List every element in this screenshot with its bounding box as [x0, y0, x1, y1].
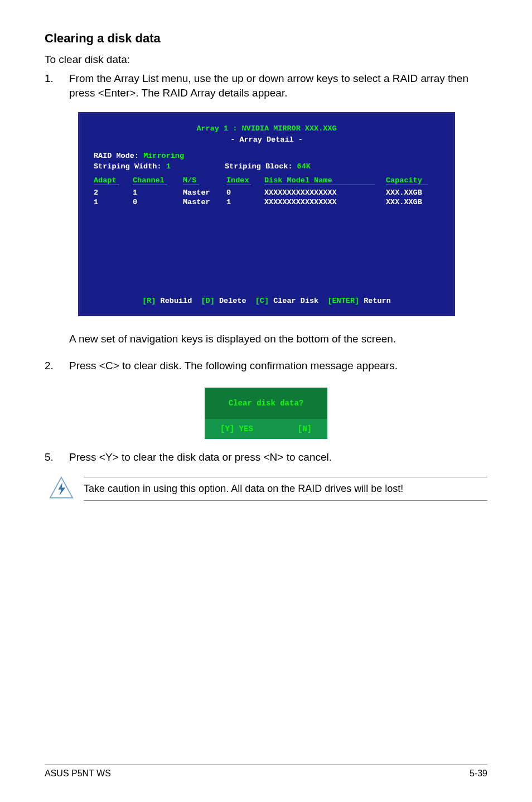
spacer [94, 207, 439, 286]
confirm-dialog: Clear disk data? [Y] YES [N] [205, 388, 327, 439]
bios-title-line1: Array 1 : NVIDIA MIRROR XXX.XXG [81, 123, 452, 134]
cell: 2 [94, 189, 133, 198]
col-index: Index [226, 176, 251, 185]
after-step1-text: A new set of navigation keys is displaye… [45, 332, 487, 346]
step-number: 5. [45, 450, 69, 465]
key: [C] [255, 297, 269, 305]
cell: 1 [133, 189, 183, 198]
col-capacity: Capacity [386, 176, 428, 185]
warning-callout: Take caution in using this option. All d… [49, 476, 487, 501]
label: RAID Mode: [94, 152, 139, 160]
label: Striping Block: [225, 162, 293, 171]
lightning-warning-icon [49, 476, 74, 501]
footer-right: 5-39 [470, 769, 487, 779]
dialog-title: Clear disk data? [205, 388, 327, 419]
dialog-no: [N] [298, 424, 312, 433]
value: Mirroring [143, 152, 184, 160]
bios-header: Array 1 : NVIDIA MIRROR XXX.XXG - Array … [81, 115, 452, 152]
label: Delete [219, 297, 246, 305]
label: Striping Width: [94, 162, 162, 171]
step-2: 2. Press <C> to clear disk. The followin… [45, 359, 487, 373]
footer-left: ASUS P5NT WS [45, 769, 111, 779]
bios-screenshot: Array 1 : NVIDIA MIRROR XXX.XXG - Array … [78, 112, 455, 316]
col-model: Disk Model Name [264, 176, 375, 185]
key: [R] [142, 297, 156, 305]
dialog-yes: [Y] YES [220, 424, 253, 433]
step-1: 1. From the Array List menu, use the up … [45, 71, 487, 100]
cell: 1 [94, 198, 133, 207]
value: 1 [166, 162, 171, 171]
key: [D] [201, 297, 215, 305]
col-adapt: Adapt [94, 176, 119, 185]
cell: XXX.XXGB [386, 198, 442, 207]
label: Rebuild [161, 297, 192, 305]
step-number: 1. [45, 71, 69, 100]
bios-table-header: Adapt Channel M/S Index Disk Model Name … [94, 176, 439, 207]
step-text: From the Array List menu, use the up or … [69, 71, 487, 100]
cell: 0 [226, 189, 264, 198]
label: Clear Disk [273, 297, 318, 305]
label: Return [364, 297, 391, 305]
page-footer: ASUS P5NT WS 5-39 [45, 765, 487, 779]
cell: Master [183, 198, 226, 207]
bios-raid-mode: RAID Mode: Mirroring [94, 152, 439, 160]
col-channel: Channel [133, 176, 167, 185]
key: [ENTER] [327, 297, 359, 305]
cell: Master [183, 189, 226, 198]
bios-striping: Striping Width: 1 Striping Block: 64K [94, 162, 439, 171]
cell: XXXXXXXXXXXXXXXX [264, 189, 386, 198]
step-5: 5. Press <Y> to clear the disk data or p… [45, 450, 487, 465]
cell: XXXXXXXXXXXXXXXX [264, 198, 386, 207]
nav-keys-note: A new set of navigation keys is displaye… [69, 332, 487, 346]
step-number: 2. [45, 359, 69, 373]
section-heading: Clearing a disk data [45, 31, 487, 46]
warning-text: Take caution in using this option. All d… [84, 477, 487, 501]
intro-text: To clear disk data: [45, 54, 487, 66]
bios-footer: [R] Rebuild [D] Delete [C] Clear Disk [E… [81, 290, 452, 313]
cell: 0 [133, 198, 183, 207]
bios-title-line2: - Array Detail - [81, 134, 452, 146]
cell: XXX.XXGB [386, 189, 442, 198]
value: 64K [297, 162, 311, 171]
cell: 1 [226, 198, 264, 207]
col-ms: M/S [183, 176, 199, 185]
step-text: Press <C> to clear disk. The following c… [69, 359, 487, 373]
step-text: Press <Y> to clear the disk data or pres… [69, 450, 487, 465]
